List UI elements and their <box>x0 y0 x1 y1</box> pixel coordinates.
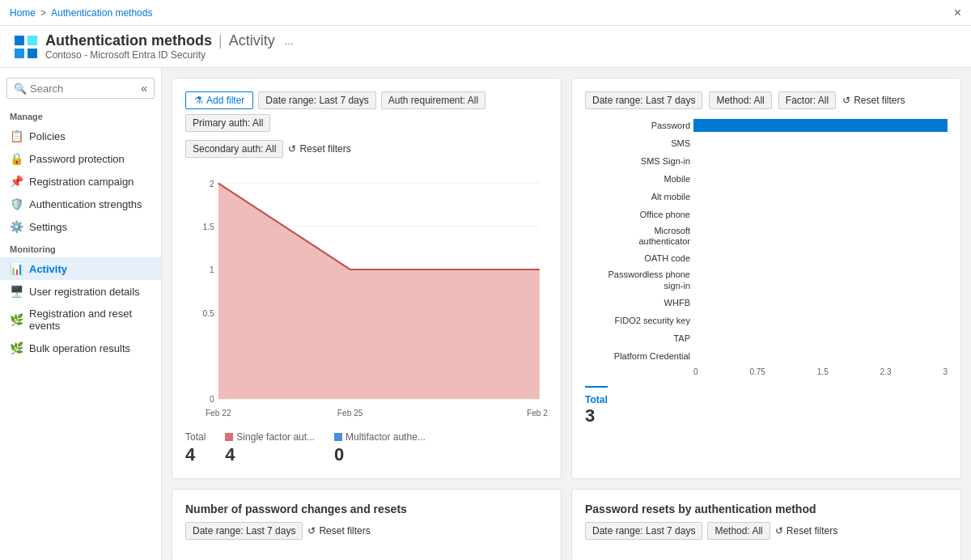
bar-reset-label: Reset filters <box>854 95 905 106</box>
collapse-icon[interactable]: « <box>141 82 147 95</box>
svg-text:1.5: 1.5 <box>203 223 214 231</box>
bottom-left-reset-icon: ↺ <box>307 525 316 537</box>
sidebar-item-label: Policies <box>29 130 66 142</box>
bar-row-alt-mobile: Alt mobile <box>585 190 948 203</box>
bar-row-tap: TAP <box>585 332 948 345</box>
bar-label: Mobile <box>585 174 690 184</box>
sidebar-item-registration-campaign[interactable]: 📌 Registration campaign <box>0 170 161 193</box>
password-protection-icon: 🔒 <box>10 152 23 165</box>
bulk-op-icon: 🌿 <box>10 342 23 354</box>
bar-filter-date[interactable]: Date range: Last 7 days <box>585 91 702 109</box>
bar-x-2: 1.5 <box>817 367 829 376</box>
svg-text:Feb 26: Feb 26 <box>527 409 548 418</box>
add-filter-button[interactable]: ⚗ Add filter <box>185 91 253 109</box>
bar-track <box>693 314 948 327</box>
svg-rect-2 <box>15 49 24 58</box>
bar-filter-row: Date range: Last 7 days Method: All Fact… <box>585 91 948 109</box>
bar-total-value: 3 <box>585 405 608 426</box>
sidebar-item-bulk-op-results[interactable]: 🌿 Bulk operation results <box>0 337 161 359</box>
user-reg-icon: 🖥️ <box>10 285 23 298</box>
search-box[interactable]: 🔍 « <box>6 78 155 99</box>
filter-chip-secondary-auth[interactable]: Secondary auth: All <box>185 140 283 158</box>
bottom-right-reset-label: Reset filters <box>787 525 837 537</box>
sidebar-item-label: User registration details <box>29 286 140 298</box>
sidebar-item-password-protection[interactable]: 🔒 Password protection <box>0 147 161 170</box>
svg-rect-1 <box>28 36 37 45</box>
main-layout: 🔍 « Manage 📋 Policies 🔒 Password protect… <box>0 68 971 560</box>
more-icon[interactable]: ... <box>285 35 294 47</box>
bar-total-section: Total 3 <box>585 386 608 426</box>
bar-label: TAP <box>585 333 690 343</box>
filter-chip-date[interactable]: Date range: Last 7 days <box>258 91 375 109</box>
bar-filter-method[interactable]: Method: All <box>709 91 771 109</box>
bottom-right-method-chip[interactable]: Method: All <box>707 522 770 540</box>
multifactor-dot <box>334 433 342 441</box>
auth-strengths-icon: 🛡️ <box>10 197 23 210</box>
bar-x-4: 3 <box>943 367 948 376</box>
bottom-right-title: Password resets by authentication method <box>585 503 948 515</box>
activity-icon: 📊 <box>10 262 23 275</box>
bottom-left-date-chip[interactable]: Date range: Last 7 days <box>185 522 303 540</box>
bar-label: Password <box>585 121 690 130</box>
sidebar-item-auth-strengths[interactable]: 🛡️ Authentication strengths <box>0 193 161 215</box>
reg-reset-icon: 🌿 <box>10 313 23 326</box>
sidebar-item-activity[interactable]: 📊 Activity <box>0 257 161 280</box>
svg-rect-0 <box>15 36 24 45</box>
filter-icon: ⚗ <box>194 95 203 106</box>
svg-text:2: 2 <box>210 179 214 188</box>
sidebar-item-policies[interactable]: 📋 Policies <box>0 125 161 147</box>
filter-chip-primary-auth[interactable]: Primary auth: All <box>185 114 270 132</box>
search-icon: 🔍 <box>14 83 27 95</box>
bar-track <box>693 350 948 363</box>
bottom-right-date-chip[interactable]: Date range: Last 7 days <box>585 522 702 540</box>
bar-track <box>693 137 948 150</box>
sidebar-item-reg-reset-events[interactable]: 🌿 Registration and reset events <box>0 303 161 337</box>
bar-row-sms-signin: SMS Sign-in <box>585 155 948 168</box>
reset-filters-link[interactable]: ↺ Reset filters <box>288 143 350 155</box>
bar-row-office-phone: Office phone <box>585 208 948 221</box>
search-input[interactable] <box>30 83 138 95</box>
bar-row-password: Password <box>585 119 948 132</box>
legend-multi-label: Multifactor authe... <box>334 431 426 443</box>
breadcrumb-sep: > <box>40 7 46 19</box>
chart-filter-row: ⚗ Add filter Date range: Last 7 days Aut… <box>185 91 548 132</box>
bar-x-1: 0.75 <box>749 367 765 376</box>
bar-label: Microsoftauthenticator <box>585 226 690 247</box>
bar-x-3: 2.3 <box>880 367 892 376</box>
sidebar-item-settings[interactable]: ⚙️ Settings <box>0 215 161 238</box>
bar-track <box>693 274 948 287</box>
bar-row-platform-credential: Platform Credential <box>585 350 948 363</box>
top-row: ⚗ Add filter Date range: Last 7 days Aut… <box>172 78 961 479</box>
sidebar-item-user-reg-details[interactable]: 🖥️ User registration details <box>0 280 161 303</box>
bottom-left-title: Number of password changes and resets <box>185 503 548 515</box>
bottom-left-card: Number of password changes and resets Da… <box>172 489 562 560</box>
page-title: Authentication methods <box>45 32 212 49</box>
bar-row-oath: OATH code <box>585 252 948 265</box>
chart-legend: Total 4 Single factor aut... 4 Mult <box>185 431 548 465</box>
header-pipe: | <box>218 32 223 49</box>
bar-filter-factor[interactable]: Factor: All <box>778 91 836 109</box>
bar-row-passwordless: Passwordless phonesign-in <box>585 269 948 291</box>
svg-text:0.5: 0.5 <box>203 308 214 317</box>
filter-chip-auth-req[interactable]: Auth requirement: All <box>381 91 486 109</box>
bar-track <box>693 172 948 185</box>
bar-track <box>693 296 948 309</box>
bottom-left-reset-link[interactable]: ↺ Reset filters <box>307 525 370 537</box>
bar-chart-area: Password SMS SMS Sign-in Mobile <box>585 119 948 376</box>
close-icon[interactable]: × <box>954 6 961 20</box>
bar-fill <box>693 119 948 132</box>
sidebar-item-label: Registration and reset events <box>29 308 151 332</box>
bar-row-mobile: Mobile <box>585 172 948 185</box>
add-filter-label: Add filter <box>206 95 244 106</box>
breadcrumb-current[interactable]: Authentication methods <box>51 7 152 19</box>
bar-chart-card: Date range: Last 7 days Method: All Fact… <box>571 78 961 479</box>
bar-reset-filters-link[interactable]: ↺ Reset filters <box>842 95 905 106</box>
top-bar: Home > Authentication methods × <box>0 0 971 26</box>
bottom-row: Number of password changes and resets Da… <box>172 489 961 560</box>
registration-campaign-icon: 📌 <box>10 175 23 188</box>
bar-label: Platform Credential <box>585 351 690 361</box>
bar-label: Passwordless phonesign-in <box>585 269 690 291</box>
breadcrumb-home[interactable]: Home <box>10 7 36 19</box>
legend-multi-value: 0 <box>334 444 426 465</box>
bottom-right-reset-link[interactable]: ↺ Reset filters <box>775 525 837 537</box>
